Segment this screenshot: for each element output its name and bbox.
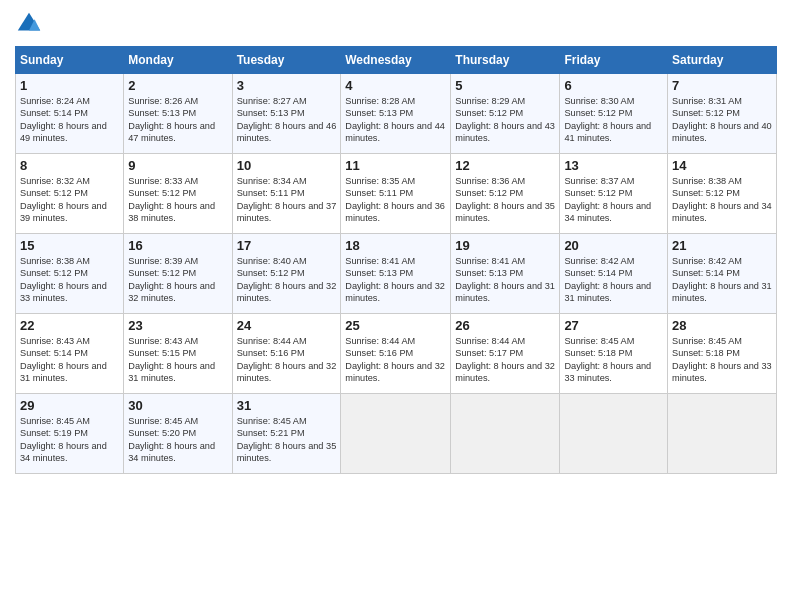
day-number: 14 bbox=[672, 158, 772, 173]
day-info: Sunrise: 8:38 AMSunset: 5:12 PMDaylight:… bbox=[20, 255, 119, 305]
day-info: Sunrise: 8:42 AMSunset: 5:14 PMDaylight:… bbox=[564, 255, 663, 305]
day-cell: 10Sunrise: 8:34 AMSunset: 5:11 PMDayligh… bbox=[232, 154, 341, 234]
day-cell: 16Sunrise: 8:39 AMSunset: 5:12 PMDayligh… bbox=[124, 234, 232, 314]
day-info: Sunrise: 8:27 AMSunset: 5:13 PMDaylight:… bbox=[237, 95, 337, 145]
day-info: Sunrise: 8:31 AMSunset: 5:12 PMDaylight:… bbox=[672, 95, 772, 145]
day-cell: 3Sunrise: 8:27 AMSunset: 5:13 PMDaylight… bbox=[232, 74, 341, 154]
day-number: 8 bbox=[20, 158, 119, 173]
day-cell: 15Sunrise: 8:38 AMSunset: 5:12 PMDayligh… bbox=[16, 234, 124, 314]
week-row-5: 29Sunrise: 8:45 AMSunset: 5:19 PMDayligh… bbox=[16, 394, 777, 474]
day-cell: 27Sunrise: 8:45 AMSunset: 5:18 PMDayligh… bbox=[560, 314, 668, 394]
day-info: Sunrise: 8:30 AMSunset: 5:12 PMDaylight:… bbox=[564, 95, 663, 145]
col-header-friday: Friday bbox=[560, 47, 668, 74]
day-info: Sunrise: 8:38 AMSunset: 5:12 PMDaylight:… bbox=[672, 175, 772, 225]
day-number: 27 bbox=[564, 318, 663, 333]
day-cell: 19Sunrise: 8:41 AMSunset: 5:13 PMDayligh… bbox=[451, 234, 560, 314]
day-info: Sunrise: 8:41 AMSunset: 5:13 PMDaylight:… bbox=[455, 255, 555, 305]
day-number: 18 bbox=[345, 238, 446, 253]
col-header-saturday: Saturday bbox=[668, 47, 777, 74]
day-number: 30 bbox=[128, 398, 227, 413]
day-number: 7 bbox=[672, 78, 772, 93]
col-header-monday: Monday bbox=[124, 47, 232, 74]
day-cell bbox=[668, 394, 777, 474]
col-header-tuesday: Tuesday bbox=[232, 47, 341, 74]
col-header-thursday: Thursday bbox=[451, 47, 560, 74]
day-number: 28 bbox=[672, 318, 772, 333]
day-number: 17 bbox=[237, 238, 337, 253]
day-cell bbox=[451, 394, 560, 474]
day-info: Sunrise: 8:36 AMSunset: 5:12 PMDaylight:… bbox=[455, 175, 555, 225]
week-row-2: 8Sunrise: 8:32 AMSunset: 5:12 PMDaylight… bbox=[16, 154, 777, 234]
day-info: Sunrise: 8:44 AMSunset: 5:16 PMDaylight:… bbox=[345, 335, 446, 385]
day-info: Sunrise: 8:43 AMSunset: 5:15 PMDaylight:… bbox=[128, 335, 227, 385]
day-number: 22 bbox=[20, 318, 119, 333]
day-cell: 13Sunrise: 8:37 AMSunset: 5:12 PMDayligh… bbox=[560, 154, 668, 234]
page: SundayMondayTuesdayWednesdayThursdayFrid… bbox=[0, 0, 792, 612]
day-info: Sunrise: 8:26 AMSunset: 5:13 PMDaylight:… bbox=[128, 95, 227, 145]
day-info: Sunrise: 8:45 AMSunset: 5:18 PMDaylight:… bbox=[564, 335, 663, 385]
day-cell: 8Sunrise: 8:32 AMSunset: 5:12 PMDaylight… bbox=[16, 154, 124, 234]
day-number: 1 bbox=[20, 78, 119, 93]
day-number: 12 bbox=[455, 158, 555, 173]
day-info: Sunrise: 8:35 AMSunset: 5:11 PMDaylight:… bbox=[345, 175, 446, 225]
day-info: Sunrise: 8:44 AMSunset: 5:16 PMDaylight:… bbox=[237, 335, 337, 385]
day-info: Sunrise: 8:41 AMSunset: 5:13 PMDaylight:… bbox=[345, 255, 446, 305]
day-info: Sunrise: 8:45 AMSunset: 5:19 PMDaylight:… bbox=[20, 415, 119, 465]
day-number: 10 bbox=[237, 158, 337, 173]
day-number: 3 bbox=[237, 78, 337, 93]
day-cell: 14Sunrise: 8:38 AMSunset: 5:12 PMDayligh… bbox=[668, 154, 777, 234]
day-cell: 20Sunrise: 8:42 AMSunset: 5:14 PMDayligh… bbox=[560, 234, 668, 314]
day-number: 13 bbox=[564, 158, 663, 173]
day-info: Sunrise: 8:44 AMSunset: 5:17 PMDaylight:… bbox=[455, 335, 555, 385]
day-info: Sunrise: 8:34 AMSunset: 5:11 PMDaylight:… bbox=[237, 175, 337, 225]
day-number: 9 bbox=[128, 158, 227, 173]
day-info: Sunrise: 8:39 AMSunset: 5:12 PMDaylight:… bbox=[128, 255, 227, 305]
day-number: 6 bbox=[564, 78, 663, 93]
day-cell: 12Sunrise: 8:36 AMSunset: 5:12 PMDayligh… bbox=[451, 154, 560, 234]
day-number: 20 bbox=[564, 238, 663, 253]
day-number: 31 bbox=[237, 398, 337, 413]
day-cell: 29Sunrise: 8:45 AMSunset: 5:19 PMDayligh… bbox=[16, 394, 124, 474]
day-cell: 2Sunrise: 8:26 AMSunset: 5:13 PMDaylight… bbox=[124, 74, 232, 154]
day-number: 24 bbox=[237, 318, 337, 333]
day-cell: 21Sunrise: 8:42 AMSunset: 5:14 PMDayligh… bbox=[668, 234, 777, 314]
day-info: Sunrise: 8:42 AMSunset: 5:14 PMDaylight:… bbox=[672, 255, 772, 305]
header-row: SundayMondayTuesdayWednesdayThursdayFrid… bbox=[16, 47, 777, 74]
day-cell: 22Sunrise: 8:43 AMSunset: 5:14 PMDayligh… bbox=[16, 314, 124, 394]
day-number: 25 bbox=[345, 318, 446, 333]
day-number: 19 bbox=[455, 238, 555, 253]
day-info: Sunrise: 8:45 AMSunset: 5:21 PMDaylight:… bbox=[237, 415, 337, 465]
day-cell bbox=[560, 394, 668, 474]
day-info: Sunrise: 8:37 AMSunset: 5:12 PMDaylight:… bbox=[564, 175, 663, 225]
week-row-1: 1Sunrise: 8:24 AMSunset: 5:14 PMDaylight… bbox=[16, 74, 777, 154]
header bbox=[15, 10, 777, 38]
day-cell: 9Sunrise: 8:33 AMSunset: 5:12 PMDaylight… bbox=[124, 154, 232, 234]
day-info: Sunrise: 8:28 AMSunset: 5:13 PMDaylight:… bbox=[345, 95, 446, 145]
day-info: Sunrise: 8:43 AMSunset: 5:14 PMDaylight:… bbox=[20, 335, 119, 385]
day-number: 16 bbox=[128, 238, 227, 253]
day-info: Sunrise: 8:29 AMSunset: 5:12 PMDaylight:… bbox=[455, 95, 555, 145]
day-number: 2 bbox=[128, 78, 227, 93]
logo bbox=[15, 10, 47, 38]
day-info: Sunrise: 8:45 AMSunset: 5:20 PMDaylight:… bbox=[128, 415, 227, 465]
day-cell: 17Sunrise: 8:40 AMSunset: 5:12 PMDayligh… bbox=[232, 234, 341, 314]
day-number: 26 bbox=[455, 318, 555, 333]
day-number: 29 bbox=[20, 398, 119, 413]
day-cell: 23Sunrise: 8:43 AMSunset: 5:15 PMDayligh… bbox=[124, 314, 232, 394]
day-cell: 1Sunrise: 8:24 AMSunset: 5:14 PMDaylight… bbox=[16, 74, 124, 154]
day-info: Sunrise: 8:32 AMSunset: 5:12 PMDaylight:… bbox=[20, 175, 119, 225]
col-header-wednesday: Wednesday bbox=[341, 47, 451, 74]
day-cell: 30Sunrise: 8:45 AMSunset: 5:20 PMDayligh… bbox=[124, 394, 232, 474]
day-cell: 11Sunrise: 8:35 AMSunset: 5:11 PMDayligh… bbox=[341, 154, 451, 234]
week-row-3: 15Sunrise: 8:38 AMSunset: 5:12 PMDayligh… bbox=[16, 234, 777, 314]
day-info: Sunrise: 8:24 AMSunset: 5:14 PMDaylight:… bbox=[20, 95, 119, 145]
day-cell: 28Sunrise: 8:45 AMSunset: 5:18 PMDayligh… bbox=[668, 314, 777, 394]
day-cell: 18Sunrise: 8:41 AMSunset: 5:13 PMDayligh… bbox=[341, 234, 451, 314]
week-row-4: 22Sunrise: 8:43 AMSunset: 5:14 PMDayligh… bbox=[16, 314, 777, 394]
day-number: 4 bbox=[345, 78, 446, 93]
day-number: 11 bbox=[345, 158, 446, 173]
day-cell: 31Sunrise: 8:45 AMSunset: 5:21 PMDayligh… bbox=[232, 394, 341, 474]
day-info: Sunrise: 8:40 AMSunset: 5:12 PMDaylight:… bbox=[237, 255, 337, 305]
day-cell: 25Sunrise: 8:44 AMSunset: 5:16 PMDayligh… bbox=[341, 314, 451, 394]
day-cell: 24Sunrise: 8:44 AMSunset: 5:16 PMDayligh… bbox=[232, 314, 341, 394]
